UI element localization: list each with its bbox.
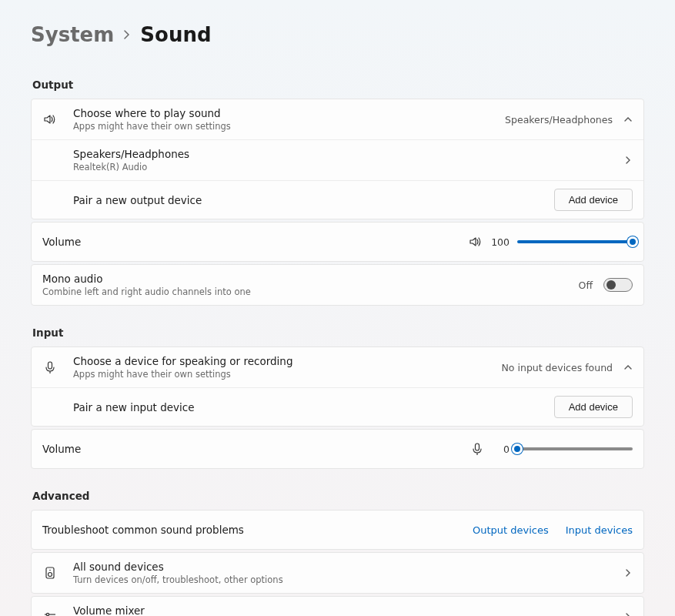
svg-point-8 [46, 613, 48, 615]
input-volume-value: 0 [493, 444, 510, 455]
chevron-right-icon [123, 29, 131, 40]
svg-rect-0 [48, 362, 52, 369]
speaker-icon [42, 112, 73, 127]
input-volume-slider[interactable] [517, 447, 633, 450]
choose-output-title: Choose where to play sound [73, 107, 505, 119]
pair-output-row: Pair a new output device Add device [32, 180, 643, 219]
chevron-right-icon [623, 156, 633, 165]
mono-audio-subtitle: Combine left and right audio channels in… [42, 286, 579, 297]
chevron-up-icon [623, 363, 633, 372]
breadcrumb-parent[interactable]: System [31, 23, 114, 46]
output-volume-label: Volume [42, 236, 468, 248]
mixer-icon [42, 609, 73, 616]
troubleshoot-card: Troubleshoot common sound problems Outpu… [31, 510, 644, 550]
output-volume-slider[interactable] [517, 240, 633, 243]
advanced-section-label: Advanced [32, 490, 644, 502]
speaker-icon[interactable] [468, 234, 483, 249]
microphone-icon [42, 360, 73, 375]
all-sound-devices-subtitle: Turn devices on/off, troubleshoot, other… [73, 574, 623, 585]
volume-mixer-row[interactable]: Volume mixer App volume mix, app input &… [32, 597, 643, 616]
mono-audio-row: Mono audio Combine left and right audio … [32, 265, 643, 305]
all-sound-devices-card[interactable]: All sound devices Turn devices on/off, t… [31, 552, 644, 594]
chevron-right-icon [623, 612, 633, 616]
all-sound-devices-row[interactable]: All sound devices Turn devices on/off, t… [32, 553, 643, 593]
choose-output-subtitle: Apps might have their own settings [73, 121, 505, 132]
svg-rect-2 [476, 444, 480, 450]
choose-output-value: Speakers/Headphones [505, 114, 613, 126]
pair-output-title: Pair a new output device [73, 194, 554, 206]
microphone-icon[interactable] [469, 441, 485, 457]
mono-audio-state: Off [579, 280, 593, 291]
volume-mixer-card[interactable]: Volume mixer App volume mix, app input &… [31, 596, 644, 616]
choose-input-title: Choose a device for speaking or recordin… [73, 355, 502, 367]
output-volume-row: Volume 100 [32, 223, 643, 261]
input-device-card: Choose a device for speaking or recordin… [31, 346, 644, 427]
input-volume-card: Volume 0 [31, 429, 644, 469]
input-section-label: Input [32, 326, 644, 339]
input-volume-row: Volume 0 [32, 430, 643, 468]
chevron-up-icon [623, 115, 633, 124]
choose-input-subtitle: Apps might have their own settings [73, 369, 502, 380]
volume-mixer-title: Volume mixer [73, 604, 623, 616]
breadcrumb-current: Sound [140, 23, 211, 46]
troubleshoot-row: Troubleshoot common sound problems Outpu… [32, 511, 643, 549]
choose-input-value: No input devices found [502, 362, 613, 373]
output-device-row[interactable]: Speakers/Headphones Realtek(R) Audio [32, 139, 643, 180]
pair-input-title: Pair a new input device [73, 401, 554, 413]
input-volume-label: Volume [42, 443, 469, 455]
choose-output-row[interactable]: Choose where to play sound Apps might ha… [32, 99, 643, 139]
svg-point-6 [49, 570, 51, 571]
breadcrumb: System Sound [31, 23, 644, 46]
troubleshoot-input-link[interactable]: Input devices [566, 524, 633, 536]
devices-icon [42, 565, 73, 581]
output-section-label: Output [32, 79, 644, 91]
mono-audio-title: Mono audio [42, 273, 579, 285]
mono-audio-toggle[interactable] [603, 278, 633, 292]
output-device-subtitle: Realtek(R) Audio [73, 162, 623, 172]
output-device-title: Speakers/Headphones [73, 148, 623, 160]
mono-audio-card: Mono audio Combine left and right audio … [31, 264, 644, 306]
add-output-device-button[interactable]: Add device [554, 189, 633, 211]
pair-input-row: Pair a new input device Add device [32, 387, 643, 426]
output-volume-card: Volume 100 [31, 222, 644, 262]
svg-point-5 [48, 573, 52, 577]
all-sound-devices-title: All sound devices [73, 561, 623, 573]
output-device-card: Choose where to play sound Apps might ha… [31, 99, 644, 219]
output-volume-value: 100 [491, 236, 510, 248]
troubleshoot-output-link[interactable]: Output devices [473, 524, 549, 536]
troubleshoot-title: Troubleshoot common sound problems [42, 524, 473, 536]
add-input-device-button[interactable]: Add device [554, 396, 633, 418]
choose-input-row[interactable]: Choose a device for speaking or recordin… [32, 347, 643, 387]
chevron-right-icon [623, 568, 633, 578]
